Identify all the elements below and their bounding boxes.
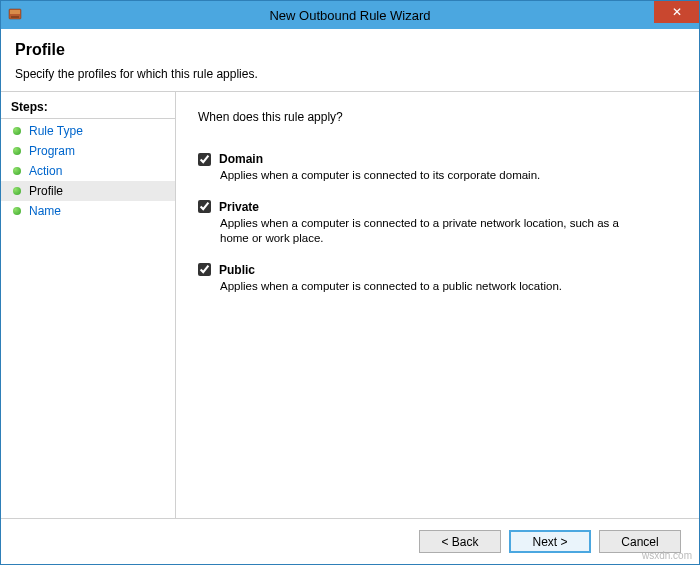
step-rule-type[interactable]: Rule Type — [1, 121, 175, 141]
bullet-icon — [13, 167, 21, 175]
content-question: When does this rule apply? — [198, 110, 677, 124]
wizard-content: When does this rule apply? Domain Applie… — [176, 92, 699, 518]
back-button[interactable]: < Back — [419, 530, 501, 553]
steps-sidebar: Steps: Rule Type Program Action Profile … — [1, 92, 176, 518]
svg-rect-1 — [10, 10, 20, 14]
close-button[interactable]: ✕ — [654, 1, 699, 23]
bullet-icon — [13, 127, 21, 135]
private-checkbox[interactable] — [198, 200, 211, 213]
app-icon — [7, 7, 23, 23]
close-icon: ✕ — [672, 5, 682, 19]
page-title: Profile — [15, 41, 685, 59]
cancel-button[interactable]: Cancel — [599, 530, 681, 553]
step-label: Profile — [29, 184, 63, 198]
public-checkbox[interactable] — [198, 263, 211, 276]
wizard-header: Profile Specify the profiles for which t… — [1, 29, 699, 91]
step-name[interactable]: Name — [1, 201, 175, 221]
page-subtitle: Specify the profiles for which this rule… — [15, 67, 685, 81]
step-label: Program — [29, 144, 75, 158]
window-title: New Outbound Rule Wizard — [1, 8, 699, 23]
profile-option-private: Private Applies when a computer is conne… — [198, 200, 677, 247]
domain-description: Applies when a computer is connected to … — [220, 168, 650, 184]
step-program[interactable]: Program — [1, 141, 175, 161]
bullet-icon — [13, 187, 21, 195]
titlebar: New Outbound Rule Wizard ✕ — [1, 1, 699, 29]
step-label: Name — [29, 204, 61, 218]
step-label: Action — [29, 164, 62, 178]
next-button[interactable]: Next > — [509, 530, 591, 553]
private-label: Private — [219, 200, 259, 214]
step-label: Rule Type — [29, 124, 83, 138]
public-description: Applies when a computer is connected to … — [220, 279, 650, 295]
step-action[interactable]: Action — [1, 161, 175, 181]
public-label: Public — [219, 263, 255, 277]
profile-option-public: Public Applies when a computer is connec… — [198, 263, 677, 295]
wizard-footer: < Back Next > Cancel — [1, 518, 699, 564]
steps-heading: Steps: — [1, 98, 175, 119]
wizard-window: New Outbound Rule Wizard ✕ Profile Speci… — [0, 0, 700, 565]
svg-rect-2 — [11, 16, 19, 18]
bullet-icon — [13, 207, 21, 215]
private-description: Applies when a computer is connected to … — [220, 216, 650, 247]
profile-option-domain: Domain Applies when a computer is connec… — [198, 152, 677, 184]
domain-label: Domain — [219, 152, 263, 166]
bullet-icon — [13, 147, 21, 155]
wizard-body: Steps: Rule Type Program Action Profile … — [1, 92, 699, 518]
step-profile[interactable]: Profile — [1, 181, 175, 201]
domain-checkbox[interactable] — [198, 153, 211, 166]
